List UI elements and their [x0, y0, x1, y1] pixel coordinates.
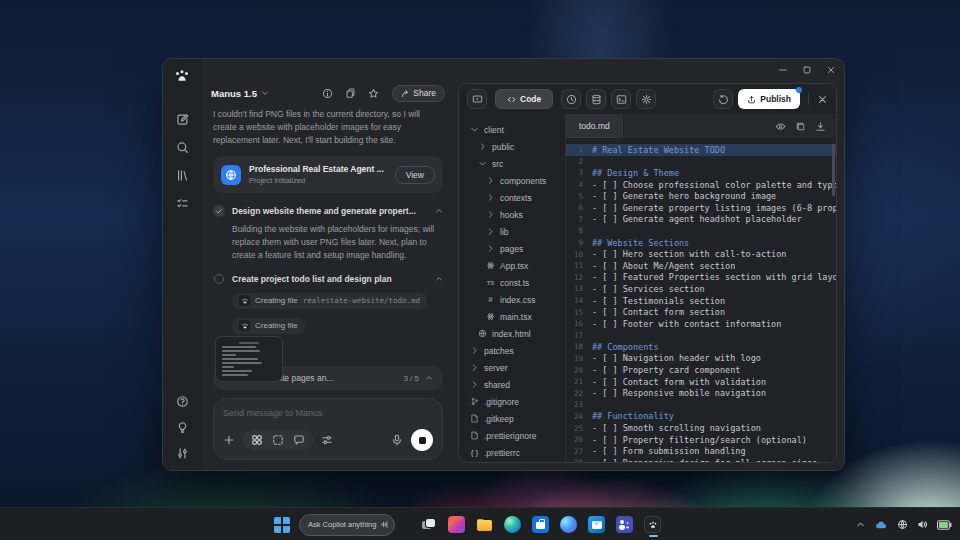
task-list-icon[interactable]	[176, 197, 189, 210]
tool-action-pill[interactable]: Creating file realestate-website/todo.md	[232, 293, 427, 309]
file-tree-item-pages[interactable]: pages	[466, 240, 565, 257]
file-tree-item-dot-prettierignore[interactable]: .prettierignore	[466, 427, 565, 444]
editor-line-17[interactable]: 17	[566, 330, 836, 342]
editor-line-10[interactable]: 10- [ ] Hero section with call-to-action	[566, 248, 836, 260]
editor-line-25[interactable]: 25- [ ] Smooth scrolling navigation	[566, 422, 836, 434]
file-tree-item-App.tsx[interactable]: App.tsx	[466, 257, 565, 274]
editor-line-8[interactable]: 8	[566, 225, 836, 237]
window-maximize-button[interactable]	[802, 65, 812, 75]
file-tree-item-src[interactable]: src	[466, 155, 565, 172]
apps-button[interactable]	[272, 434, 284, 446]
settings-button[interactable]	[636, 89, 656, 109]
view-button[interactable]: View	[395, 166, 435, 184]
database-button[interactable]	[586, 89, 606, 109]
m365-copilot-taskbar-button[interactable]	[448, 516, 465, 533]
collapse-icon[interactable]	[435, 207, 443, 215]
info-icon[interactable]	[322, 88, 333, 99]
editor-line-6[interactable]: 6- [ ] Generate property listing images …	[566, 202, 836, 214]
editor-line-3[interactable]: 3## Design & Theme	[566, 167, 836, 179]
help-icon[interactable]	[176, 395, 189, 408]
task-view-taskbar-button[interactable]	[420, 516, 437, 533]
editor-line-7[interactable]: 7- [ ] Generate agent headshot placehold…	[566, 214, 836, 226]
copilot-taskbar-button[interactable]	[560, 516, 577, 533]
restore-checkpoint-button[interactable]	[713, 89, 733, 109]
tools-button[interactable]	[321, 434, 333, 446]
editor-line-9[interactable]: 9## Website Sections	[566, 237, 836, 249]
editor-line-2[interactable]: 2	[566, 156, 836, 168]
add-attachment-button[interactable]	[223, 434, 235, 446]
start-button[interactable]	[274, 517, 290, 533]
editor-line-16[interactable]: 16- [ ] Footer with contact information	[566, 318, 836, 330]
editor-line-12[interactable]: 12- [ ] Featured Properties section with…	[566, 272, 836, 284]
taskbar-search[interactable]: Ask Copilot anything	[299, 514, 395, 536]
microsoft-store-taskbar-button[interactable]	[532, 516, 549, 533]
search-icon[interactable]	[176, 141, 189, 154]
code-editor[interactable]: 1# Real Estate Website TODO23## Design &…	[566, 138, 836, 462]
preview-button[interactable]	[467, 89, 487, 109]
file-tree-item-dot-prettierrc[interactable]: { }.prettierrc	[466, 444, 565, 461]
copy-file-icon[interactable]	[795, 121, 806, 132]
file-tree-item-index.html[interactable]: index.html	[466, 325, 565, 342]
window-minimize-button[interactable]	[778, 65, 788, 75]
step-row[interactable]: Create project todo list and design plan	[213, 274, 443, 284]
expand-icon[interactable]	[425, 374, 433, 382]
model-selector[interactable]: Manus 1.5	[211, 88, 257, 99]
file-explorer-taskbar-button[interactable]	[476, 516, 493, 533]
editor-line-13[interactable]: 13- [ ] Services section	[566, 283, 836, 295]
editor-line-23[interactable]: 23	[566, 399, 836, 411]
library-icon[interactable]	[176, 169, 189, 182]
editor-line-28[interactable]: 28- [ ] Responsive design for all screen…	[566, 457, 836, 462]
collapse-icon[interactable]	[435, 275, 443, 283]
file-tree-item-hooks[interactable]: hooks	[466, 206, 565, 223]
tool-action-pill[interactable]: Creating file	[232, 318, 305, 334]
new-task-icon[interactable]	[176, 113, 189, 126]
project-card[interactable]: Professional Real Estate Agent ... Proje…	[213, 156, 443, 193]
preferences-icon[interactable]	[176, 447, 189, 460]
manus-taskbar-button[interactable]	[644, 516, 661, 533]
editor-line-22[interactable]: 22- [ ] Responsive mobile navigation	[566, 387, 836, 399]
editor-line-18[interactable]: 18## Components	[566, 341, 836, 353]
ideas-icon[interactable]	[176, 421, 189, 434]
editor-line-21[interactable]: 21- [ ] Contact form with validation	[566, 376, 836, 388]
favorite-icon[interactable]	[368, 88, 379, 99]
file-tree-item-client[interactable]: client	[466, 121, 565, 138]
editor-line-26[interactable]: 26- [ ] Property filtering/search (optio…	[566, 434, 836, 446]
tab-todo-md[interactable]: todo.md	[566, 114, 624, 138]
editor-line-15[interactable]: 15- [ ] Contact form section	[566, 306, 836, 318]
file-tree-item-index.css[interactable]: #index.css	[466, 291, 565, 308]
share-button[interactable]: Share	[392, 85, 445, 102]
history-button[interactable]	[561, 89, 581, 109]
editor-line-20[interactable]: 20- [ ] Property card component	[566, 364, 836, 376]
file-tree-item-lib[interactable]: lib	[466, 223, 565, 240]
editor-line-24[interactable]: 24## Functionality	[566, 411, 836, 423]
message-input[interactable]	[223, 408, 433, 418]
file-tree-item-dot-gitignore[interactable]: .gitignore	[466, 393, 565, 410]
editor-scrollbar[interactable]	[832, 144, 835, 196]
editor-line-11[interactable]: 11- [ ] About Me/Agent section	[566, 260, 836, 272]
stop-button[interactable]	[411, 429, 433, 451]
file-tree-item-contexts[interactable]: contexts	[466, 189, 565, 206]
network-icon[interactable]	[897, 519, 908, 530]
publish-button[interactable]: Publish	[738, 89, 800, 109]
file-tree-item-dot-gitkeep[interactable]: .gitkeep	[466, 410, 565, 427]
terminal-button[interactable]	[611, 89, 631, 109]
battery-icon[interactable]	[937, 520, 952, 530]
editor-line-27[interactable]: 27- [ ] Form submission handling	[566, 445, 836, 457]
file-tree-item-server[interactable]: server	[466, 359, 565, 376]
file-tree-item-components.json[interactable]: { }components.json	[466, 461, 565, 462]
agent-mode-button[interactable]	[251, 434, 263, 446]
editor-line-1[interactable]: 1# Real Estate Website TODO	[566, 144, 836, 156]
editor-line-5[interactable]: 5- [ ] Generate hero background image	[566, 190, 836, 202]
volume-icon[interactable]	[917, 519, 928, 530]
file-tree-item-components[interactable]: components	[466, 172, 565, 189]
teams-taskbar-button[interactable]	[616, 516, 633, 533]
file-preview-thumbnail[interactable]	[215, 336, 283, 382]
voice-input-button[interactable]	[391, 434, 403, 446]
window-close-button[interactable]	[826, 65, 836, 75]
knowledge-icon[interactable]	[345, 88, 356, 99]
edge-taskbar-button[interactable]	[504, 516, 521, 533]
file-tree-item-shared[interactable]: shared	[466, 376, 565, 393]
file-tree-item-main.tsx[interactable]: main.tsx	[466, 308, 565, 325]
editor-line-4[interactable]: 4- [ ] Choose professional color palette…	[566, 179, 836, 191]
chat-mode-button[interactable]	[293, 434, 305, 446]
